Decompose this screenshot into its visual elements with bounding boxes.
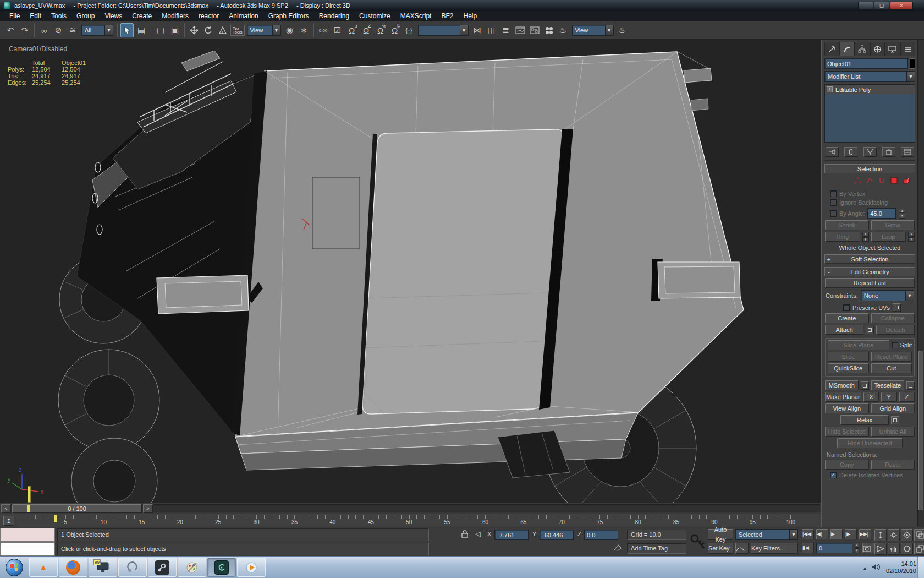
repeat-last-button[interactable]: Repeat Last — [825, 278, 915, 288]
play-button[interactable]: ▶ — [831, 529, 843, 539]
configure-modifier-sets-icon[interactable] — [901, 147, 914, 157]
key-filters-button[interactable]: Key Filters... — [751, 543, 798, 554]
make-planar-x-button[interactable]: X — [864, 392, 879, 402]
remove-modifier-icon[interactable] — [882, 147, 895, 157]
object-color-swatch[interactable] — [910, 58, 915, 69]
time-slider[interactable]: < 0 / 100 > — [0, 503, 821, 514]
percent-snap-toggle-icon[interactable]: Ω% — [374, 23, 387, 37]
menu-item[interactable]: Group — [72, 12, 100, 20]
set-keys-key-icon[interactable] — [689, 532, 706, 552]
time-configuration-button[interactable] — [862, 543, 875, 553]
modifier-stack[interactable]: + Editable Poly — [824, 84, 915, 143]
set-key-button[interactable]: Set Key — [708, 543, 733, 554]
vertex-subobject-icon[interactable] — [854, 177, 862, 186]
menu-item[interactable]: Customize — [354, 12, 395, 20]
msmooth-button[interactable]: MSmooth — [825, 380, 859, 390]
panel-scrollbar[interactable] — [917, 40, 924, 527]
create-button[interactable]: Create — [825, 313, 869, 323]
taskbar-item-paint[interactable] — [178, 558, 206, 577]
attach-list-button[interactable] — [866, 326, 874, 334]
angle-snap-toggle-icon[interactable]: Ω∠ — [360, 23, 373, 37]
make-planar-button[interactable]: Make Planar — [825, 392, 861, 402]
taskbar-item-vlc[interactable]: ▲ — [29, 558, 58, 577]
motion-tab[interactable] — [870, 42, 886, 56]
hierarchy-tab[interactable] — [855, 42, 870, 56]
align-icon[interactable]: ◫ — [485, 23, 498, 37]
current-frame-field[interactable] — [816, 543, 853, 553]
select-and-scale-icon[interactable] — [216, 23, 229, 37]
utilities-tab[interactable] — [900, 42, 916, 56]
snap-toggle-3d-icon[interactable]: Ω3 — [345, 23, 359, 37]
layer-manager-icon[interactable]: ≣ — [499, 23, 513, 37]
maxscript-mini-listener-white[interactable] — [0, 542, 55, 556]
time-tag-icon[interactable] — [614, 544, 622, 551]
by-angle-spinner[interactable]: ▲▼ — [899, 209, 905, 219]
constraints-dropdown[interactable]: None▼ — [861, 290, 914, 301]
hidden-icons-arrow[interactable]: ▴ — [864, 565, 866, 571]
viewport-canvas[interactable] — [0, 40, 821, 503]
taskbar-clock[interactable]: 14:01 02/10/2010 — [886, 560, 916, 575]
ignore-backfacing-checkbox[interactable] — [830, 199, 837, 206]
go-to-end-button[interactable]: ▶▶| — [859, 529, 871, 539]
modify-tab[interactable] — [840, 42, 855, 56]
zoom-extents-icon[interactable] — [901, 529, 913, 541]
field-of-view-icon[interactable] — [875, 543, 887, 555]
selection-lock-icon[interactable] — [461, 530, 469, 538]
select-and-link-icon[interactable]: ∞ — [37, 23, 51, 37]
select-object-icon[interactable] — [120, 23, 134, 37]
previous-frame-button[interactable]: ◀| — [816, 529, 828, 539]
taskbar-item-steam[interactable] — [148, 558, 177, 577]
taskbar-item-teamspeak[interactable] — [118, 558, 147, 577]
minimize-button[interactable]: – — [858, 2, 873, 9]
taskbar-item-firefox[interactable] — [59, 558, 87, 577]
display-tab[interactable] — [885, 42, 900, 56]
keyboard-shortcut-override-icon[interactable]: ☑ — [331, 23, 344, 37]
attach-button[interactable]: Attach — [825, 325, 864, 335]
menu-item[interactable]: Tools — [46, 12, 72, 20]
pan-hand-icon[interactable] — [888, 543, 900, 555]
relax-settings-button[interactable] — [891, 416, 899, 424]
material-editor-icon[interactable] — [542, 23, 556, 37]
select-and-manipulate-icon[interactable]: ∗ — [298, 23, 311, 37]
menu-item[interactable]: Animation — [224, 12, 263, 20]
select-by-name-icon[interactable]: ▤ — [135, 23, 148, 37]
dropdown-arrow-icon[interactable]: ▼ — [605, 25, 613, 35]
quick-render-icon[interactable]: ♨ — [616, 23, 629, 37]
bind-to-space-warp-icon[interactable]: ≋ — [66, 23, 79, 37]
named-selection-sets-dropdown[interactable]: ▼ — [418, 25, 469, 36]
y-coordinate-field[interactable] — [540, 530, 574, 540]
taskbar-item-media-player[interactable] — [237, 558, 266, 577]
curve-editor-icon[interactable] — [514, 23, 527, 37]
menu-item[interactable]: Rendering — [314, 12, 354, 20]
make-planar-y-button[interactable]: Y — [881, 392, 897, 402]
preserve-uvs-checkbox[interactable] — [843, 304, 850, 311]
select-and-move-icon[interactable] — [188, 23, 201, 37]
grid-align-button[interactable]: Grid Align — [871, 403, 915, 413]
menu-item[interactable]: Modifiers — [157, 12, 194, 20]
preserve-uvs-settings-button[interactable] — [893, 303, 901, 312]
show-end-result-icon[interactable] — [844, 147, 857, 157]
dropdown-arrow-icon[interactable]: ▼ — [105, 25, 113, 35]
soft-selection-rollout-header[interactable]: +Soft Selection — [824, 254, 915, 264]
element-subobject-icon[interactable] — [902, 177, 911, 186]
render-setup-icon[interactable]: ♨ — [557, 23, 570, 37]
delete-isolated-vertices-checkbox[interactable]: ✓ — [830, 472, 837, 478]
z-coordinate-field[interactable] — [584, 530, 618, 540]
frame-spinner[interactable]: ▲▼ — [854, 543, 860, 553]
menu-item[interactable]: Create — [127, 12, 157, 20]
close-button[interactable]: × — [890, 2, 913, 9]
tessellate-button[interactable]: Tessellate — [871, 380, 905, 390]
pin-stack-icon[interactable] — [826, 147, 839, 157]
restore-button[interactable]: ▢ — [874, 2, 889, 9]
trackbar-frame-marker[interactable] — [54, 515, 57, 522]
loop-spinner[interactable]: ▲▼ — [908, 232, 915, 242]
use-pivot-point-center-icon[interactable]: ◉ — [283, 23, 296, 37]
relax-button[interactable]: Relax — [840, 415, 889, 425]
arc-rotate-icon[interactable] — [901, 543, 913, 555]
volume-icon[interactable] — [872, 563, 881, 572]
zoom-extents-all-icon[interactable] — [914, 529, 924, 541]
split-checkbox[interactable] — [892, 342, 898, 348]
window-crossing-icon[interactable]: ▣ — [168, 23, 182, 37]
menu-item[interactable]: reactor — [194, 12, 224, 20]
time-slider-handle[interactable]: 0 / 100 — [12, 504, 142, 513]
